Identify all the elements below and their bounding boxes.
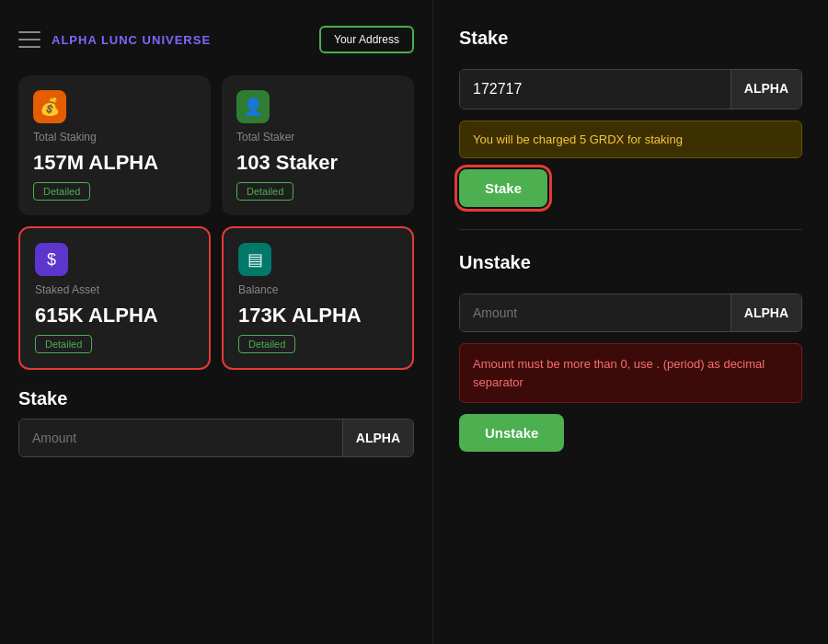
right-stake-block: Stake ALPHA You will be charged 5 GRDX f…: [459, 28, 802, 207]
right-unstake-input-row: ALPHA: [459, 293, 802, 332]
card-balance: ▤ Balance 173K ALPHA Detailed: [222, 226, 414, 370]
staking-value: 157M ALPHA: [33, 151, 196, 175]
unstake-error-text: Amount must be more than 0, use . (perio…: [473, 357, 765, 389]
right-unstake-block: Unstake ALPHA Amount must be more than 0…: [459, 252, 802, 452]
left-panel: ALPHA LUNC UNIVERSE Your Address 💰 Total…: [0, 0, 432, 644]
staker-value: 103 Staker: [236, 151, 399, 175]
stake-warning-box: You will be charged 5 GRDX for staking: [459, 121, 802, 158]
card-staked-asset: $ Staked Asset 615K ALPHA Detailed: [18, 226, 211, 370]
stake-button[interactable]: Stake: [459, 169, 547, 207]
right-stake-title: Stake: [459, 28, 802, 49]
right-unstake-amount-input[interactable]: [460, 294, 730, 331]
right-unstake-title: Unstake: [459, 252, 802, 273]
left-stake-title: Stake: [18, 388, 414, 409]
staking-label: Total Staking: [33, 131, 196, 144]
stats-cards: 💰 Total Staking 157M ALPHA Detailed 👤 To…: [18, 75, 414, 370]
divider: [459, 229, 802, 230]
asset-value: 615K ALPHA: [35, 304, 194, 328]
balance-detail-button[interactable]: Detailed: [238, 335, 295, 353]
card-total-staking: 💰 Total Staking 157M ALPHA Detailed: [18, 75, 211, 215]
left-stake-suffix: ALPHA: [342, 420, 413, 456]
right-stake-amount-input[interactable]: [460, 70, 730, 109]
left-stake-amount-input[interactable]: [19, 420, 342, 456]
staking-detail-button[interactable]: Detailed: [33, 182, 90, 201]
staker-detail-button[interactable]: Detailed: [236, 182, 293, 201]
staking-icon: 💰: [33, 90, 66, 123]
left-stake-section: Stake ALPHA: [18, 388, 414, 457]
balance-label: Balance: [238, 283, 397, 296]
unstake-button[interactable]: Unstake: [459, 414, 564, 452]
right-panel: Stake ALPHA You will be charged 5 GRDX f…: [432, 0, 828, 644]
unstake-error-box: Amount must be more than 0, use . (perio…: [459, 343, 802, 403]
left-stake-input-row: ALPHA: [18, 419, 414, 457]
card-total-staker: 👤 Total Staker 103 Staker Detailed: [222, 75, 414, 215]
address-button[interactable]: Your Address: [319, 26, 414, 53]
asset-icon: $: [35, 243, 68, 276]
menu-icon[interactable]: [18, 31, 40, 48]
staker-icon: 👤: [236, 90, 270, 123]
balance-value: 173K ALPHA: [238, 304, 397, 328]
asset-label: Staked Asset: [35, 283, 194, 296]
balance-icon: ▤: [238, 243, 271, 276]
asset-detail-button[interactable]: Detailed: [35, 335, 92, 353]
right-stake-input-row: ALPHA: [459, 69, 802, 109]
right-stake-suffix: ALPHA: [730, 70, 801, 109]
staker-label: Total Staker: [236, 131, 399, 144]
right-unstake-suffix: ALPHA: [730, 294, 801, 331]
header: ALPHA LUNC UNIVERSE Your Address: [18, 18, 414, 61]
brand-title: ALPHA LUNC UNIVERSE: [52, 33, 211, 47]
